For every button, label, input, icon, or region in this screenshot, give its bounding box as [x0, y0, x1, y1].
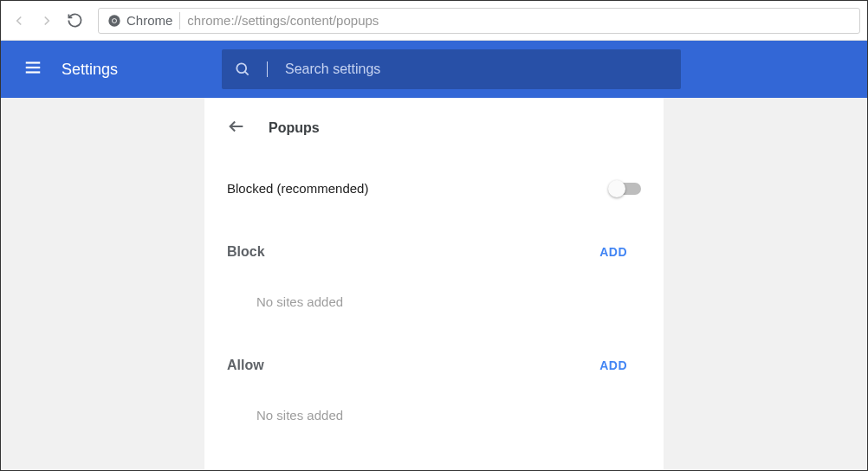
arrow-left-icon	[11, 13, 27, 29]
card-header: Popups	[227, 117, 641, 139]
svg-point-2	[113, 19, 116, 23]
search-icon	[234, 61, 251, 78]
toggle-knob	[608, 180, 625, 197]
toggle-label: Blocked (recommended)	[227, 181, 368, 196]
allow-empty-text: No sites added	[227, 408, 641, 423]
allow-section-header: Allow ADD	[227, 358, 641, 373]
page-title: Popups	[269, 120, 320, 136]
block-empty-text: No sites added	[227, 294, 641, 309]
svg-point-6	[236, 63, 246, 73]
settings-title: Settings	[62, 61, 118, 79]
search-box[interactable]	[222, 49, 681, 89]
chrome-label: Chrome	[126, 13, 172, 28]
menu-button[interactable]	[23, 58, 42, 81]
blocked-toggle-row: Blocked (recommended)	[227, 181, 641, 196]
reload-icon	[67, 12, 83, 29]
search-input[interactable]	[285, 61, 667, 77]
content-area: Popups Blocked (recommended) Block ADD N…	[1, 98, 867, 471]
reload-button[interactable]	[63, 10, 86, 32]
block-section-header: Block ADD	[227, 244, 641, 260]
back-arrow-button[interactable]	[227, 117, 246, 139]
url-text: chrome://settings/content/popups	[187, 13, 379, 28]
block-title: Block	[227, 244, 265, 260]
blocked-toggle[interactable]	[610, 183, 641, 195]
svg-line-7	[245, 72, 249, 75]
allow-title: Allow	[227, 358, 264, 373]
browser-toolbar: Chrome chrome://settings/content/popups	[1, 1, 867, 41]
allow-add-button[interactable]: ADD	[599, 358, 641, 372]
divider	[179, 12, 180, 29]
chrome-badge: Chrome	[107, 13, 172, 28]
chrome-icon	[107, 14, 121, 28]
back-button[interactable]	[8, 10, 30, 32]
block-section: Block ADD No sites added	[227, 244, 641, 309]
block-add-button[interactable]: ADD	[599, 245, 641, 259]
arrow-right-icon	[39, 13, 55, 29]
arrow-left-icon	[227, 117, 246, 136]
hamburger-icon	[23, 58, 42, 77]
allow-section: Allow ADD No sites added	[227, 358, 641, 423]
omnibox[interactable]: Chrome chrome://settings/content/popups	[98, 8, 860, 34]
forward-button[interactable]	[36, 10, 58, 32]
text-cursor	[267, 61, 268, 77]
settings-header: Settings	[1, 41, 867, 98]
settings-card: Popups Blocked (recommended) Block ADD N…	[204, 98, 664, 471]
